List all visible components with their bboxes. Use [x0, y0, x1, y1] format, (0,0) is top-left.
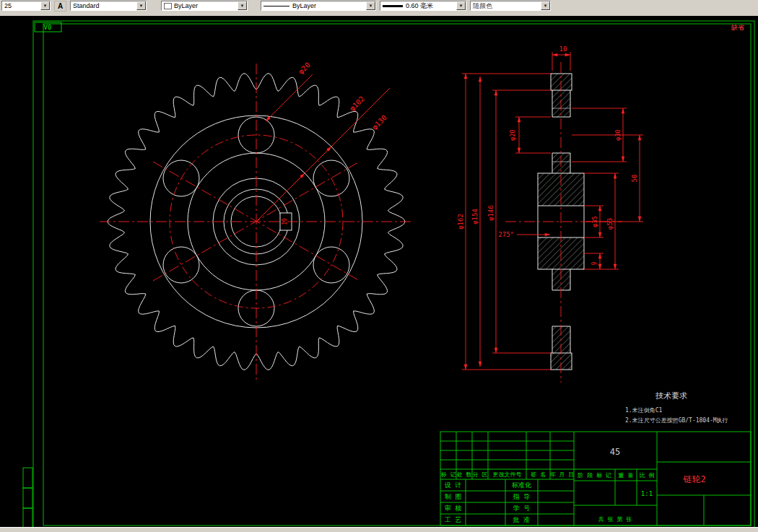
- dim-scale-value: 25: [4, 2, 12, 9]
- revision-header: 年 月 日: [550, 471, 575, 478]
- dim-label: φ20: [509, 129, 516, 140]
- dim-label: 10: [282, 218, 288, 225]
- revision-header: 处 数: [457, 471, 472, 478]
- scale-value: 1:1: [641, 490, 653, 497]
- lineweight-sample-icon: [383, 5, 403, 7]
- dim-label: φ35: [591, 216, 598, 227]
- dim-label: φ146: [487, 205, 495, 221]
- frame-side-box: [23, 488, 32, 508]
- dim-label: φ20: [297, 61, 312, 76]
- role-label: 学 号: [513, 505, 530, 512]
- lineweight-value: 0.60 毫米: [406, 1, 433, 11]
- cad-drawing[interactable]: V0 缺省: [0, 16, 758, 527]
- linetype-value: ByLayer: [292, 2, 316, 9]
- role-label: 工 艺: [445, 516, 461, 523]
- text-style-icon[interactable]: A: [54, 1, 66, 12]
- chevron-down-icon[interactable]: ▼: [136, 1, 146, 10]
- dim-label: φ162: [457, 214, 464, 230]
- chevron-down-icon[interactable]: ▼: [366, 1, 375, 10]
- bolt-hole: [163, 247, 199, 283]
- title-block: 标 记 处 数 分 区 更改文件号 签 名 年 月 日 设 计 制 图 审 核 …: [440, 432, 751, 526]
- dim-label: φ102: [348, 95, 366, 113]
- material-label: 45: [610, 447, 620, 457]
- tech-req-item: 1.未注倒角C1: [625, 407, 662, 414]
- role-label: 标准化: [511, 481, 532, 489]
- front-view-centerlines: [100, 64, 413, 380]
- dim-scale-combo[interactable]: 25 ▼: [1, 1, 51, 11]
- drawing-area[interactable]: V0 缺省: [0, 16, 758, 527]
- section-view: 10 φ162 φ154 φ146 φ20 φ30 50 φ53 φ35 9 2…: [457, 45, 643, 383]
- linetype-sample-icon: [263, 6, 289, 6]
- revision-header: 签 名: [531, 471, 546, 478]
- color-value: ByLayer: [174, 2, 198, 9]
- dim-label: 10: [559, 45, 567, 53]
- dim-label: φ154: [471, 209, 479, 224]
- role-label: 指 导: [513, 493, 530, 500]
- text-style-combo[interactable]: Standard ▼: [70, 1, 147, 11]
- dim-label: 50: [631, 175, 638, 183]
- part-name: 链轮2: [683, 474, 705, 484]
- tech-req-title: 技术要求: [655, 391, 687, 401]
- revision-header: 标 记: [441, 471, 456, 478]
- viewport-label: V0: [44, 24, 52, 31]
- stage-header: 比 例: [640, 472, 655, 479]
- frame-side-box: [23, 468, 32, 488]
- chevron-down-icon[interactable]: ▼: [456, 1, 466, 10]
- plot-style-value: 随颜色: [473, 1, 492, 11]
- technical-requirements: 技术要求 1.未注倒角C1 2.未注尺寸公差按照GB/T-1804-M执行: [625, 391, 728, 424]
- text-style-value: Standard: [73, 2, 100, 9]
- dim-label: 9: [591, 261, 598, 265]
- front-view: φ20 φ102 φ130 10: [100, 61, 413, 380]
- linetype-combo[interactable]: ByLayer ▼: [261, 1, 376, 11]
- lineweight-combo[interactable]: 0.60 毫米 ▼: [380, 1, 466, 11]
- chevron-down-icon[interactable]: ▼: [238, 1, 247, 10]
- stage-header: 重 量: [618, 472, 634, 479]
- plot-style-combo[interactable]: 随颜色 ▼: [470, 1, 551, 11]
- role-label: 审 核: [445, 505, 461, 512]
- role-label: 制 图: [445, 493, 461, 500]
- chevron-down-icon[interactable]: ▼: [40, 1, 50, 10]
- front-view-dimension-lines: [256, 74, 390, 222]
- role-label: 批 准: [513, 516, 530, 523]
- sheet-info: 共 张 第 张: [598, 516, 632, 523]
- role-label: 设 计: [445, 481, 461, 489]
- properties-toolbar: 25 ▼ A Standard ▼ ByLayer ▼ ByLayer ▼ 0.…: [0, 0, 758, 16]
- chevron-down-icon: ▼: [541, 1, 550, 10]
- color-combo[interactable]: ByLayer ▼: [161, 1, 248, 11]
- revision-header: 更改文件号: [493, 471, 522, 478]
- tech-req-item: 2.未注尺寸公差按照GB/T-1804-M执行: [625, 417, 728, 424]
- stage-header: 阶 段 标 记: [578, 472, 611, 479]
- status-bar: [0, 527, 758, 532]
- color-swatch-icon: [164, 3, 172, 9]
- status-label: 缺省: [731, 24, 744, 31]
- frame-side-box: [23, 508, 32, 527]
- dim-label: φ130: [370, 113, 388, 131]
- dim-label: 275°: [498, 231, 514, 238]
- dim-label: φ53: [606, 218, 614, 230]
- section-dimension-labels: 10 φ162 φ154 φ146 φ20 φ30 50 φ53 φ35 9 2…: [457, 45, 638, 265]
- revision-header: 分 区: [473, 471, 488, 478]
- dim-label: φ30: [614, 129, 622, 140]
